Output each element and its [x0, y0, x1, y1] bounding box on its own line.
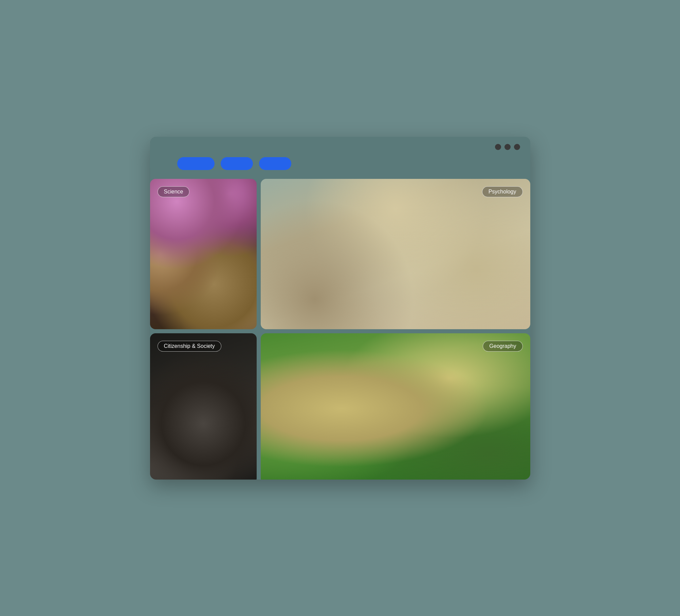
window-control-dot-1[interactable] [495, 144, 501, 150]
toolbar [150, 157, 530, 177]
window-control-dot-2[interactable] [504, 144, 511, 150]
window-control-dot-3[interactable] [514, 144, 520, 150]
browser-window: Science Psychology Citizenship & Society [150, 137, 530, 480]
card-science[interactable]: Science [150, 179, 257, 329]
citizenship-badge: Citizenship & Society [158, 341, 221, 352]
content-grid: Science Psychology Citizenship & Society [150, 177, 530, 480]
science-badge: Science [158, 186, 190, 197]
geography-badge: Geography [483, 341, 522, 352]
toolbar-button-2[interactable] [221, 157, 253, 170]
card-citizenship[interactable]: Citizenship & Society [150, 333, 257, 480]
psychology-badge: Psychology [482, 186, 523, 197]
card-psychology[interactable]: Psychology [261, 179, 530, 329]
window-controls [495, 144, 520, 150]
toolbar-button-3[interactable] [259, 157, 291, 170]
toolbar-button-1[interactable] [177, 157, 215, 170]
card-geography[interactable]: Geography [261, 333, 530, 480]
titlebar [150, 137, 530, 157]
